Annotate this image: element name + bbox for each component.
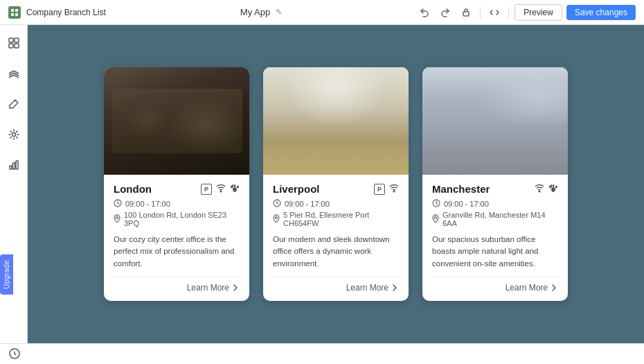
wifi-icon	[535, 183, 544, 195]
clock-icon-liverpool	[273, 199, 281, 209]
card-footer-liverpool: Learn More	[273, 277, 399, 293]
card-description-london: Our cozy city center office is the perfe…	[114, 234, 240, 270]
card-image-manchester	[422, 67, 568, 175]
card-body-liverpool: Liverpool P 09:00 - 17:00	[263, 175, 409, 301]
location-icon-london	[114, 214, 120, 224]
card-hours-text-liverpool: 09:00 - 17:00	[285, 200, 330, 208]
sidebar	[0, 25, 28, 343]
card-header-london: London P	[114, 183, 240, 195]
wifi-icon	[216, 183, 226, 195]
svg-point-9	[12, 133, 15, 137]
card-image-london	[104, 67, 249, 175]
card-address-liverpool: 5 Pier Rd, Ellesmere Port CH654FW	[273, 211, 399, 227]
clock-icon-london	[114, 199, 122, 209]
learn-more-button-london[interactable]: Learn More	[187, 283, 240, 293]
bottom-bar	[0, 343, 644, 364]
svg-rect-2	[11, 13, 14, 16]
topbar-divider2	[508, 6, 509, 19]
cards-container: London P 09:00 - 17:00	[90, 53, 582, 315]
svg-rect-5	[9, 38, 13, 42]
wifi-icon	[389, 183, 399, 195]
svg-rect-7	[9, 44, 13, 48]
location-icon-liverpool	[273, 214, 280, 224]
card-description-liverpool: Our modern and sleek downtown office off…	[273, 234, 399, 270]
app-name-label: My App	[240, 7, 270, 17]
card-amenities-manchester	[535, 183, 558, 195]
undo-button[interactable]	[416, 4, 433, 21]
topbar-divider	[480, 6, 481, 19]
topbar: Company Branch List My App ✎	[0, 0, 644, 25]
bottom-icon[interactable]	[8, 347, 22, 361]
svg-rect-4	[463, 12, 469, 16]
learn-more-button-manchester[interactable]: Learn More	[506, 283, 558, 293]
card-body-manchester: Manchester 09:00 - 17:00	[422, 175, 568, 301]
card-address-text-london: 100 London Rd, London SE23 3PQ	[124, 211, 240, 227]
learn-more-button-liverpool[interactable]: Learn More	[346, 283, 399, 293]
card-hours-text-manchester: 09:00 - 17:00	[444, 200, 489, 208]
card-image-liverpool	[263, 67, 409, 175]
svg-rect-6	[15, 38, 19, 42]
card-manchester: Manchester 09:00 - 17:00	[422, 67, 568, 301]
card-title-manchester: Manchester	[432, 183, 490, 195]
svg-point-18	[276, 217, 278, 219]
sidebar-icon-pen[interactable]	[4, 94, 24, 114]
upgrade-tab[interactable]: Upgrade	[0, 254, 13, 295]
clock-icon-manchester	[432, 199, 440, 209]
svg-point-13	[220, 191, 222, 192]
svg-rect-10	[10, 166, 12, 169]
card-header-liverpool: Liverpool P	[273, 183, 399, 195]
card-description-manchester: Our spacious suburban office boasts ampl…	[432, 234, 558, 270]
pets-icon	[548, 183, 558, 195]
svg-rect-3	[15, 13, 18, 16]
svg-point-19	[539, 191, 540, 192]
code-button[interactable]	[486, 4, 503, 21]
card-hours-text-london: 09:00 - 17:00	[125, 200, 170, 208]
parking-icon: P	[374, 183, 385, 195]
app-logo	[8, 6, 21, 19]
sidebar-icon-layers[interactable]	[4, 64, 24, 83]
sidebar-icon-grid[interactable]	[4, 33, 24, 53]
card-title-liverpool: Liverpool	[273, 183, 320, 195]
redo-button[interactable]	[437, 4, 454, 21]
sidebar-icon-settings[interactable]	[4, 125, 24, 144]
save-button[interactable]: Save changes	[566, 5, 636, 20]
topbar-left: Company Branch List	[8, 6, 106, 19]
svg-rect-0	[11, 9, 14, 12]
card-header-manchester: Manchester	[432, 183, 558, 195]
card-london: London P 09:00 - 17:00	[104, 67, 249, 301]
svg-rect-1	[15, 9, 18, 12]
card-footer-manchester: Learn More	[432, 277, 558, 293]
topbar-center: My App ✎	[240, 7, 282, 17]
card-liverpool: Liverpool P 09:00 - 17:00	[263, 67, 409, 301]
svg-rect-11	[12, 163, 15, 169]
svg-rect-12	[16, 161, 18, 169]
svg-point-21	[435, 217, 437, 219]
location-icon-manchester	[432, 214, 439, 224]
card-address-text-liverpool: 5 Pier Rd, Ellesmere Port CH654FW	[283, 211, 399, 227]
parking-icon: P	[201, 183, 212, 195]
card-hours-liverpool: 09:00 - 17:00	[273, 199, 399, 209]
main-area: London P 09:00 - 17:00	[0, 25, 644, 343]
svg-point-16	[393, 191, 395, 192]
card-amenities-liverpool: P	[374, 183, 399, 195]
pets-icon	[230, 183, 240, 195]
lock-button[interactable]	[458, 4, 474, 21]
topbar-right: Preview Save changes	[416, 4, 636, 21]
card-hours-manchester: 09:00 - 17:00	[432, 199, 558, 209]
edit-app-name-icon[interactable]: ✎	[276, 8, 282, 17]
canvas-area: London P 09:00 - 17:00	[28, 25, 644, 343]
card-address-london: 100 London Rd, London SE23 3PQ	[114, 211, 240, 227]
card-address-manchester: Granville Rd, Manchester M14 6AA	[432, 211, 558, 227]
card-body-london: London P 09:00 - 17:00	[104, 175, 249, 301]
card-footer-london: Learn More	[114, 277, 240, 293]
svg-rect-8	[15, 44, 19, 48]
card-amenities-london: P	[201, 183, 240, 195]
card-title-london: London	[114, 183, 152, 195]
svg-point-15	[116, 217, 118, 219]
page-title: Company Branch List	[26, 8, 106, 17]
card-address-text-manchester: Granville Rd, Manchester M14 6AA	[442, 211, 558, 227]
preview-button[interactable]: Preview	[515, 4, 562, 21]
card-hours-london: 09:00 - 17:00	[114, 199, 240, 209]
sidebar-icon-chart[interactable]	[4, 155, 24, 175]
